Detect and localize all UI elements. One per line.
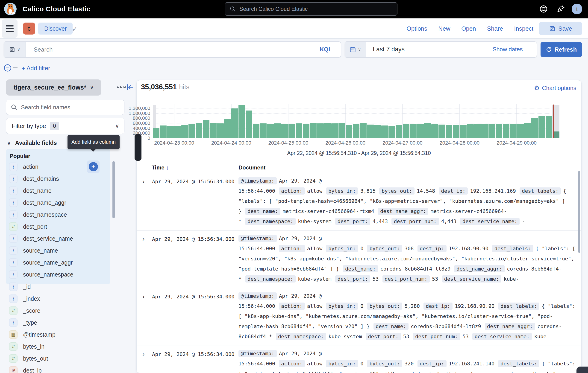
toolbar-link-share[interactable]: Share [487,25,503,32]
add-filter-link[interactable]: + Add filter [22,65,50,72]
save-button[interactable]: Save [539,22,582,35]
histogram-bar[interactable] [374,125,381,138]
histogram-bar[interactable] [531,118,538,138]
histogram-bar[interactable] [481,124,488,138]
user-avatar[interactable]: t [572,4,582,14]
histogram-bar[interactable] [439,125,445,138]
collapse-sidebar-icon[interactable] [126,83,134,92]
field-item-dest_service_name[interactable]: tdest_service_name [6,232,110,244]
histogram-bar[interactable] [353,124,359,138]
field-options-icon[interactable] [117,86,126,88]
field-item-dest_name_aggr[interactable]: tdest_name_aggr [6,197,110,209]
field-item-_type[interactable]: t_type [6,317,110,329]
histogram-bar[interactable] [267,124,274,138]
histogram-bar[interactable] [338,123,345,138]
expand-row-icon[interactable]: › [142,351,145,358]
histogram-bar[interactable] [246,111,252,138]
chart-options-link[interactable]: ⚙ Chart options [534,84,576,92]
refresh-button[interactable]: Refresh [541,42,582,57]
field-item-_id[interactable]: t_id [6,281,110,293]
histogram-bar[interactable] [324,123,331,138]
news-icon[interactable] [555,4,566,14]
toolbar-link-options[interactable]: Options [407,25,427,32]
sidebar-scrollbar[interactable] [112,161,115,218]
histogram-bar[interactable] [274,123,281,138]
histogram-bar[interactable] [367,125,374,138]
field-item-_score[interactable]: #_score [6,305,110,317]
histogram-bar[interactable] [346,125,352,138]
global-search-input[interactable] [239,6,387,12]
histogram-bar[interactable] [417,124,424,138]
available-fields-header[interactable]: ∨ Available fields [7,140,57,146]
histogram-bar[interactable] [317,123,324,138]
index-pattern-picker[interactable]: tigera_secure_ee_flows* ∨ [6,80,101,96]
histogram-bar[interactable] [196,123,202,138]
histogram-bar[interactable] [281,124,288,138]
histogram-bar[interactable] [217,123,224,138]
table-scrollbar[interactable] [578,171,580,253]
kql-toggle[interactable]: KQL [320,46,332,53]
histogram-bar[interactable] [303,124,309,138]
histogram-bars[interactable] [153,105,559,138]
expand-row-icon[interactable]: › [142,178,145,185]
breadcrumb[interactable]: Discover [38,22,73,35]
histogram-bar[interactable] [474,124,481,138]
histogram-bar[interactable] [153,128,159,138]
date-quick-menu[interactable]: ∨ [345,41,366,58]
histogram-bar[interactable] [253,124,259,138]
histogram-bar[interactable] [510,124,516,138]
field-item-bytes_out[interactable]: #bytes_out [6,353,110,364]
histogram-bar[interactable] [453,125,459,138]
table-row[interactable]: ›Apr 29, 2024 @ 15:56:34.000@timestamp:A… [137,346,581,373]
global-search[interactable] [225,2,398,16]
field-item-source_name[interactable]: tsource_name [6,244,110,256]
table-row[interactable]: ›Apr 29, 2024 @ 15:56:34.000@timestamp:A… [137,231,581,288]
histogram-bar[interactable] [460,125,467,138]
histogram-bar[interactable] [503,124,509,138]
toolbar-link-new[interactable]: New [438,25,450,32]
help-icon[interactable] [538,4,549,14]
histogram-bar[interactable] [410,124,417,138]
space-badge[interactable]: c [23,22,35,35]
histogram-bar[interactable] [181,125,188,138]
histogram-bar[interactable] [239,105,245,138]
histogram-bar[interactable] [203,120,210,138]
field-item-source_namespace[interactable]: tsource_namespace [6,269,110,281]
field-item-action[interactable]: taction+ [6,161,110,173]
histogram-bar[interactable] [431,124,438,138]
panel-resize-handle[interactable] [135,134,141,161]
field-item-dest_domains[interactable]: tdest_domains [6,173,110,185]
histogram-bar[interactable] [210,123,217,138]
histogram-bar[interactable] [288,124,295,138]
table-row[interactable]: ›Apr 29, 2024 @ 15:56:34.000@timestamp:A… [137,173,581,231]
field-item-dest_name[interactable]: tdest_name [6,185,110,197]
histogram-bar[interactable] [388,126,395,138]
expand-row-icon[interactable]: › [142,293,145,300]
field-item-dest_namespace[interactable]: tdest_namespace [6,209,110,221]
histogram-bar[interactable] [360,123,367,138]
histogram-bar[interactable] [296,123,302,138]
time-range-value[interactable]: Last 7 days [373,46,405,53]
histogram-bar[interactable] [174,126,181,138]
histogram-bar[interactable] [231,109,238,138]
query-input[interactable] [4,41,341,58]
field-item-source_name_aggr[interactable]: tsource_name_aggr [6,256,110,269]
histogram-bar[interactable] [331,123,338,138]
histogram-bar[interactable] [310,123,316,138]
histogram-bar[interactable] [446,125,452,138]
histogram-bar[interactable] [524,123,531,138]
column-header-document[interactable]: Document [239,164,265,171]
histogram-bar[interactable] [496,124,502,138]
histogram-bar[interactable] [403,124,410,138]
histogram-bar[interactable] [160,125,167,138]
field-item-dest_ip[interactable]: IPdest_ip [6,364,110,373]
floating-widget-corner[interactable] [577,367,588,373]
histogram-bar[interactable] [546,116,552,138]
histogram-bar[interactable] [488,124,495,138]
histogram-bar[interactable] [167,126,174,138]
table-row[interactable]: ›Apr 29, 2024 @ 15:56:34.000@timestamp:A… [137,288,581,346]
field-item-@timestamp[interactable]: ▦@timestamp [6,329,110,341]
sort-desc-icon[interactable]: ↓ [166,164,169,171]
field-item-_index[interactable]: t_index [6,293,110,305]
histogram-bar[interactable] [538,116,545,138]
